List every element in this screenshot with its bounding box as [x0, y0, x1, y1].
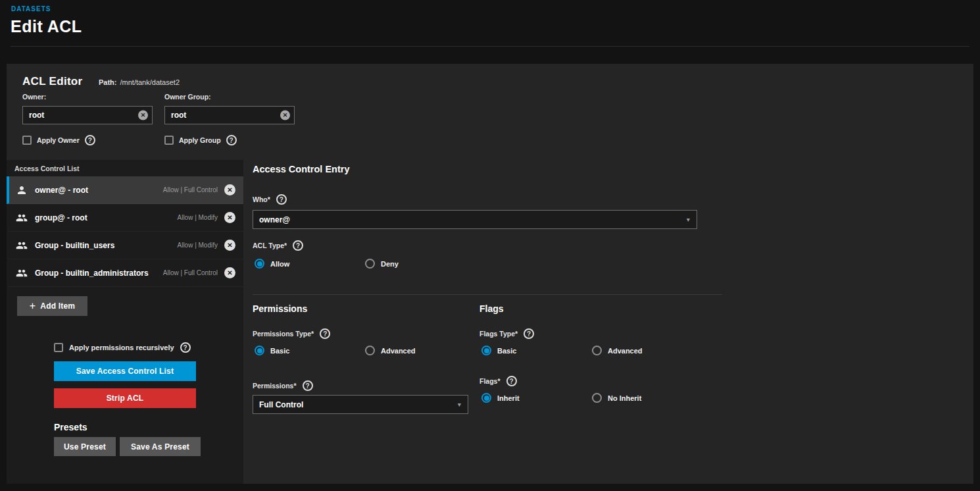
radio-permissions-basic[interactable]: Basic — [255, 346, 289, 355]
strip-acl-button[interactable]: Strip ACL — [54, 388, 196, 408]
add-item-label: Add Item — [40, 301, 75, 311]
acl-list-item[interactable]: Group - builtin_administrators Allow | F… — [7, 259, 243, 287]
acl-list-heading: Access Control List — [14, 165, 80, 172]
who-label: Who* — [253, 195, 270, 203]
person-icon — [16, 184, 28, 196]
radio-permissions-basic-label: Basic — [270, 347, 289, 355]
chevron-down-icon — [685, 216, 692, 224]
owner-input[interactable] — [22, 106, 153, 124]
radio-flags-advanced[interactable]: Advanced — [592, 346, 643, 355]
path-value: /mnt/tank/dataset2 — [120, 78, 180, 86]
acl-editor-card: ACL Editor Path:/mnt/tank/dataset2 Owner… — [7, 64, 973, 484]
apply-owner-checkbox[interactable] — [22, 136, 32, 145]
acl-item-name: Group - builtin_users — [35, 241, 114, 250]
path-label: Path: — [99, 78, 117, 86]
edit-acl-page: DATASETS Edit ACL ACL Editor Path:/mnt/t… — [0, 0, 980, 491]
acl-item-name: group@ - root — [35, 213, 87, 222]
owner-group-field — [164, 106, 295, 124]
flags-label-row: Flags* — [479, 376, 517, 386]
recursive-help-icon[interactable] — [180, 342, 191, 353]
flags-label: Flags* — [479, 377, 501, 385]
clear-owner-icon[interactable] — [138, 111, 148, 120]
permissions-help-icon[interactable] — [303, 380, 313, 391]
who-help-icon[interactable] — [276, 194, 287, 205]
flags-type-label: Flags Type* — [479, 330, 518, 338]
apply-group-row: Apply Group — [164, 135, 237, 145]
acl-editor-heading: ACL Editor — [22, 75, 82, 88]
remove-entry-icon[interactable] — [224, 240, 235, 251]
acl-list-item[interactable]: group@ - root Allow | Modify — [7, 204, 243, 232]
acl-list-item[interactable]: owner@ - root Allow | Full Control — [7, 176, 243, 204]
people-icon — [16, 212, 28, 224]
radio-no-inherit-label: No Inherit — [608, 394, 641, 402]
recursive-checkbox[interactable] — [54, 343, 63, 352]
radio-no-inherit-circle[interactable] — [592, 393, 602, 403]
radio-permissions-basic-circle[interactable] — [255, 346, 264, 355]
access-control-entry-heading: Access Control Entry — [253, 164, 349, 174]
chevron-down-icon — [456, 401, 463, 409]
use-preset-button[interactable]: Use Preset — [54, 437, 116, 456]
apply-owner-row: Apply Owner — [22, 135, 95, 145]
permissions-select[interactable]: Full Control — [253, 395, 468, 414]
save-as-preset-button[interactable]: Save As Preset — [120, 437, 201, 456]
flags-help-icon[interactable] — [506, 376, 517, 386]
permissions-label: Permissions* — [253, 382, 297, 390]
radio-deny-circle[interactable] — [365, 259, 375, 269]
remove-entry-icon[interactable] — [224, 267, 235, 278]
owner-label: Owner: — [22, 93, 46, 101]
radio-allow[interactable]: Allow — [255, 259, 289, 269]
save-acl-button[interactable]: Save Access Control List — [54, 361, 196, 381]
remove-entry-icon[interactable] — [224, 212, 235, 223]
remove-entry-icon[interactable] — [224, 184, 235, 195]
acl-type-help-icon[interactable] — [293, 240, 303, 251]
recursive-label: Apply permissions recursively — [69, 344, 174, 351]
radio-permissions-advanced[interactable]: Advanced — [365, 346, 416, 355]
radio-allow-circle[interactable] — [255, 259, 264, 269]
flags-type-help-icon[interactable] — [524, 328, 534, 339]
apply-group-checkbox[interactable] — [164, 136, 174, 145]
radio-no-inherit[interactable]: No Inherit — [592, 393, 641, 403]
radio-permissions-advanced-circle[interactable] — [365, 346, 375, 355]
add-item-button[interactable]: + Add Item — [17, 296, 87, 316]
flags-heading: Flags — [479, 303, 504, 314]
who-label-row: Who* — [253, 194, 287, 205]
who-select[interactable]: owner@ — [253, 210, 697, 229]
radio-flags-advanced-label: Advanced — [608, 347, 643, 355]
clear-owner-group-icon[interactable] — [280, 111, 290, 120]
acl-item-permissions: Allow | Modify — [177, 214, 218, 221]
presets-heading: Presets — [54, 422, 87, 432]
radio-flags-advanced-circle[interactable] — [592, 346, 602, 355]
breadcrumb-datasets[interactable]: DATASETS — [11, 5, 51, 13]
recursive-row: Apply permissions recursively — [54, 342, 191, 353]
radio-inherit-label: Inherit — [497, 394, 520, 402]
acl-list-panel: Access Control List owner@ - root Allow … — [7, 160, 243, 484]
apply-owner-help-icon[interactable] — [85, 135, 95, 145]
radio-inherit[interactable]: Inherit — [481, 393, 520, 403]
permissions-type-help-icon[interactable] — [320, 328, 330, 339]
acl-item-permissions: Allow | Full Control — [163, 269, 218, 276]
acl-item-permissions: Allow | Modify — [177, 242, 218, 249]
radio-flags-basic[interactable]: Basic — [481, 346, 516, 355]
plus-icon: + — [30, 301, 36, 311]
people-icon — [16, 267, 28, 279]
who-select-value: owner@ — [259, 215, 290, 224]
radio-allow-label: Allow — [270, 260, 289, 268]
page-title: Edit ACL — [11, 17, 82, 36]
permissions-type-label: Permissions Type* — [253, 330, 314, 338]
radio-permissions-advanced-label: Advanced — [381, 347, 416, 355]
radio-flags-basic-label: Basic — [497, 347, 516, 355]
apply-group-help-icon[interactable] — [226, 135, 237, 145]
radio-inherit-circle[interactable] — [481, 393, 491, 403]
owner-group-label: Owner Group: — [164, 93, 211, 101]
radio-deny-label: Deny — [381, 260, 399, 268]
radio-flags-basic-circle[interactable] — [481, 346, 491, 355]
owner-group-input[interactable] — [164, 106, 295, 124]
owner-field — [22, 106, 153, 124]
acl-type-label-row: ACL Type* — [253, 240, 303, 251]
apply-group-label: Apply Group — [179, 136, 221, 144]
acl-item-permissions: Allow | Full Control — [163, 186, 218, 194]
acl-list-item[interactable]: Group - builtin_users Allow | Modify — [7, 232, 243, 259]
permissions-select-value: Full Control — [259, 400, 303, 409]
radio-deny[interactable]: Deny — [365, 259, 399, 269]
header-divider — [11, 46, 969, 47]
